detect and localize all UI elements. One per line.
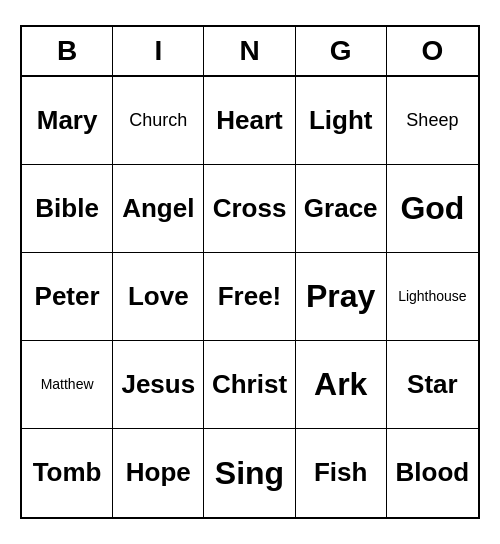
- cell-text-2-2: Free!: [218, 281, 282, 312]
- cell-text-1-3: Grace: [304, 193, 378, 224]
- bingo-cell-0-1: Church: [113, 77, 204, 165]
- header-letter-O: O: [387, 27, 478, 75]
- bingo-cell-1-4: God: [387, 165, 478, 253]
- cell-text-3-0: Matthew: [41, 376, 94, 393]
- cell-text-4-1: Hope: [126, 457, 191, 488]
- header-letter-G: G: [296, 27, 387, 75]
- bingo-cell-0-4: Sheep: [387, 77, 478, 165]
- bingo-cell-0-2: Heart: [204, 77, 295, 165]
- cell-text-0-0: Mary: [37, 105, 98, 136]
- cell-text-3-4: Star: [407, 369, 458, 400]
- cell-text-0-1: Church: [129, 110, 187, 132]
- cell-text-4-0: Tomb: [33, 457, 102, 488]
- bingo-cell-0-3: Light: [296, 77, 387, 165]
- bingo-cell-2-1: Love: [113, 253, 204, 341]
- cell-text-4-4: Blood: [396, 457, 470, 488]
- bingo-cell-4-2: Sing: [204, 429, 295, 517]
- cell-text-0-3: Light: [309, 105, 373, 136]
- cell-text-4-3: Fish: [314, 457, 367, 488]
- bingo-cell-3-4: Star: [387, 341, 478, 429]
- bingo-cell-3-0: Matthew: [22, 341, 113, 429]
- cell-text-3-1: Jesus: [121, 369, 195, 400]
- bingo-cell-4-4: Blood: [387, 429, 478, 517]
- cell-text-1-0: Bible: [35, 193, 99, 224]
- bingo-cell-1-3: Grace: [296, 165, 387, 253]
- bingo-header: BINGO: [22, 27, 478, 77]
- bingo-cell-1-0: Bible: [22, 165, 113, 253]
- bingo-grid: MaryChurchHeartLightSheepBibleAngelCross…: [22, 77, 478, 517]
- bingo-cell-0-0: Mary: [22, 77, 113, 165]
- bingo-cell-4-3: Fish: [296, 429, 387, 517]
- bingo-cell-1-2: Cross: [204, 165, 295, 253]
- bingo-cell-4-1: Hope: [113, 429, 204, 517]
- bingo-cell-1-1: Angel: [113, 165, 204, 253]
- bingo-cell-3-3: Ark: [296, 341, 387, 429]
- bingo-card: BINGO MaryChurchHeartLightSheepBibleAnge…: [20, 25, 480, 519]
- header-letter-N: N: [204, 27, 295, 75]
- cell-text-3-3: Ark: [314, 365, 367, 403]
- header-letter-I: I: [113, 27, 204, 75]
- bingo-cell-3-2: Christ: [204, 341, 295, 429]
- cell-text-4-2: Sing: [215, 454, 284, 492]
- bingo-cell-2-3: Pray: [296, 253, 387, 341]
- cell-text-3-2: Christ: [212, 369, 287, 400]
- header-letter-B: B: [22, 27, 113, 75]
- bingo-cell-2-2: Free!: [204, 253, 295, 341]
- cell-text-1-2: Cross: [213, 193, 287, 224]
- cell-text-1-1: Angel: [122, 193, 194, 224]
- bingo-cell-2-0: Peter: [22, 253, 113, 341]
- cell-text-0-4: Sheep: [406, 110, 458, 132]
- cell-text-2-0: Peter: [35, 281, 100, 312]
- bingo-cell-2-4: Lighthouse: [387, 253, 478, 341]
- bingo-cell-4-0: Tomb: [22, 429, 113, 517]
- cell-text-1-4: God: [400, 189, 464, 227]
- cell-text-2-4: Lighthouse: [398, 288, 467, 305]
- cell-text-2-1: Love: [128, 281, 189, 312]
- cell-text-0-2: Heart: [216, 105, 282, 136]
- bingo-cell-3-1: Jesus: [113, 341, 204, 429]
- cell-text-2-3: Pray: [306, 277, 375, 315]
